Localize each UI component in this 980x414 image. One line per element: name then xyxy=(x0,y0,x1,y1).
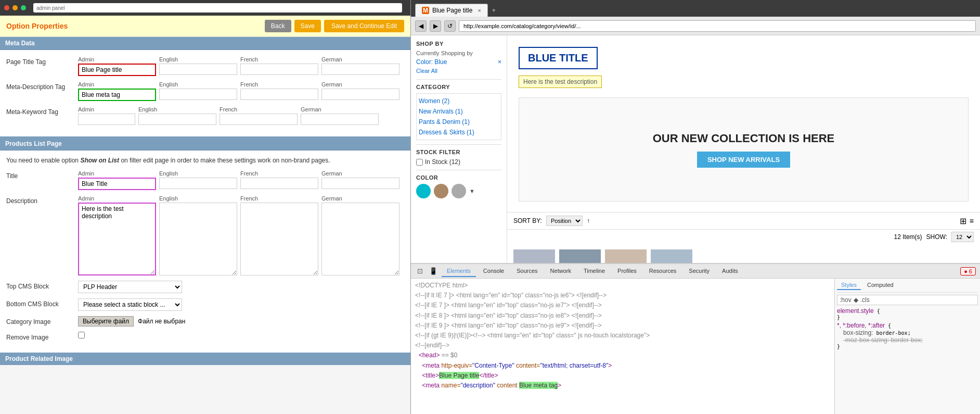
page-title-english-input[interactable] xyxy=(159,64,237,75)
devtools-tab-security[interactable]: Security xyxy=(684,266,715,277)
save-button[interactable]: Save xyxy=(294,20,321,32)
page-title-french-input[interactable] xyxy=(240,64,318,75)
plp-title-french-input[interactable] xyxy=(240,178,318,189)
nav-back-button[interactable]: ◀ xyxy=(415,20,427,32)
plp-title-lang-group: Admin English French German xyxy=(78,170,404,190)
devtools-html-panel: <!DOCTYPE html> <!--[if lt IE 7 ]> <html… xyxy=(411,279,834,414)
nav-forward-button[interactable]: ▶ xyxy=(430,20,441,32)
store-sidebar: SHOP BY Currently Shopping by Color: Blu… xyxy=(411,35,507,263)
back-button[interactable]: Back xyxy=(265,20,291,32)
color-filter-close[interactable]: × xyxy=(498,58,501,66)
clear-all-link[interactable]: Clear All xyxy=(416,68,501,74)
meta-keyword-german-input[interactable] xyxy=(301,114,379,125)
bottom-cms-block-row: Bottom CMS Block Please select a static … xyxy=(6,298,404,311)
more-swatches-indicator: ▼ xyxy=(469,188,475,194)
plp-description-german-textarea[interactable] xyxy=(321,203,399,275)
tab-close-button[interactable]: × xyxy=(478,7,481,14)
plp-title-english-label: English xyxy=(159,170,237,177)
product-thumb-3[interactable] xyxy=(605,249,647,263)
gray-swatch[interactable] xyxy=(452,184,466,198)
bottom-cms-block-select[interactable]: Please select a static block ... xyxy=(78,298,182,311)
meta-desc-french-input[interactable] xyxy=(240,89,318,100)
category-link[interactable]: Dresses & Skirts (1) xyxy=(419,129,474,136)
devtools-tab-console[interactable]: Console xyxy=(478,266,509,277)
devtools-tab-sources[interactable]: Sources xyxy=(511,266,543,277)
browser-nav-bar: ◀ ▶ ↺ xyxy=(411,17,980,35)
product-related-section-header: Product Related Image xyxy=(0,353,410,365)
devtools-tab-elements[interactable]: Elements xyxy=(442,266,476,277)
store-content: BLUE TITLE Here is the test description … xyxy=(507,35,980,263)
grid-view-icon[interactable]: ⊞ xyxy=(960,216,966,226)
plp-info-highlight: Show on List xyxy=(80,157,119,164)
category-link[interactable]: Women (2) xyxy=(419,97,449,105)
top-cms-block-label: Top CMS Block xyxy=(6,281,74,290)
sort-direction-icon[interactable]: ↑ xyxy=(587,217,590,224)
nav-reload-button[interactable]: ↺ xyxy=(444,20,456,32)
devtools-device-button[interactable]: 📱 xyxy=(427,266,440,276)
devtools-tab-audits[interactable]: Audits xyxy=(717,266,743,277)
list-item: Pants & Denim (1) xyxy=(419,117,499,127)
devtools-tab-network[interactable]: Network xyxy=(545,266,576,277)
save-continue-button[interactable]: Save and Continue Edit xyxy=(324,20,404,32)
category-list: Women (2) New Arrivals (1) Pants & Denim… xyxy=(419,96,499,137)
page-title-german-input[interactable] xyxy=(321,64,399,75)
plp-title-admin-input[interactable] xyxy=(78,178,156,190)
plp-description-lang-group: Admin Here is the test description Engli… xyxy=(78,195,404,275)
browser-tab-bar: M Blue Page title × + xyxy=(411,0,980,17)
color-value-text: Blue xyxy=(434,58,447,66)
nav-url-input[interactable] xyxy=(459,20,976,32)
plp-title-english-input[interactable] xyxy=(159,178,237,189)
devtools-tab-resources[interactable]: Resources xyxy=(644,266,682,277)
in-stock-row: In Stock (12) xyxy=(416,158,501,166)
page-title-admin-label: Admin xyxy=(78,56,156,62)
plp-title-german-input[interactable] xyxy=(321,178,399,189)
product-thumb-2[interactable] xyxy=(559,249,601,263)
category-link[interactable]: Pants & Denim (1) xyxy=(419,118,470,126)
in-stock-checkbox[interactable] xyxy=(416,159,423,166)
devtools-tab-timeline[interactable]: Timeline xyxy=(578,266,610,277)
styles-toolbar: Styles Computed xyxy=(837,281,978,293)
top-cms-block-select[interactable]: PLP Header xyxy=(78,281,182,293)
plp-title-french-label: French xyxy=(240,170,318,177)
sort-bar: SORT BY: Position ↑ ⊞ ≡ xyxy=(507,212,980,230)
plp-description-german-col: German xyxy=(321,195,399,275)
category-link[interactable]: New Arrivals (1) xyxy=(419,108,463,115)
browser-tab-active[interactable]: M Blue Page title × xyxy=(415,4,488,17)
choose-file-button[interactable]: Выберите файл xyxy=(78,316,134,327)
show-count-select[interactable]: 12 xyxy=(951,232,974,242)
chrome-maximize-dot[interactable] xyxy=(21,5,26,10)
admin-content: Option Properties Back Save Save and Con… xyxy=(0,16,410,414)
html-head-tag[interactable]: <head> == $0 xyxy=(415,350,830,360)
meta-desc-english-input[interactable] xyxy=(159,89,237,100)
styles-tab-computed[interactable]: Computed xyxy=(863,281,898,290)
list-view-icon[interactable]: ≡ xyxy=(970,217,974,225)
browser-panel: M Blue Page title × + ◀ ▶ ↺ SHOP BY Curr… xyxy=(411,0,980,414)
remove-image-checkbox[interactable] xyxy=(78,332,85,338)
devtools-tab-profiles[interactable]: Profiles xyxy=(612,266,642,277)
meta-keyword-admin-input[interactable] xyxy=(78,114,135,125)
meta-desc-admin-input[interactable] xyxy=(78,89,156,101)
plp-title-english-col: English xyxy=(159,170,237,190)
styles-tab-styles[interactable]: Styles xyxy=(837,281,861,290)
new-tab-button[interactable]: + xyxy=(488,4,500,17)
plp-description-english-textarea[interactable] xyxy=(159,203,237,275)
category-scroll-area[interactable]: Women (2) New Arrivals (1) Pants & Denim… xyxy=(416,93,501,140)
meta-desc-german-input[interactable] xyxy=(321,89,399,100)
tan-swatch[interactable] xyxy=(434,184,448,198)
meta-desc-tag-label: Meta-Description Tag xyxy=(6,81,74,91)
page-title-french-label: French xyxy=(240,56,318,62)
plp-description-admin-textarea[interactable]: Here is the test description xyxy=(78,203,156,275)
product-thumb-1[interactable] xyxy=(513,249,555,263)
page-title-admin-input[interactable] xyxy=(78,64,156,76)
plp-description-french-textarea[interactable] xyxy=(240,203,318,275)
page-title-lang-group: Admin English French German xyxy=(78,56,404,76)
product-thumb-4[interactable] xyxy=(651,249,692,263)
meta-keyword-french-input[interactable] xyxy=(220,114,298,125)
sort-by-select[interactable]: Position xyxy=(546,216,583,226)
teal-swatch[interactable] xyxy=(416,184,431,198)
chrome-minimize-dot[interactable] xyxy=(12,5,18,10)
meta-keyword-english-input[interactable] xyxy=(138,114,216,125)
chrome-close-dot[interactable] xyxy=(4,5,9,10)
shop-new-arrivals-button[interactable]: SHOP NEW ARRIVALS xyxy=(697,152,790,168)
devtools-inspect-button[interactable]: ⊡ xyxy=(415,266,425,276)
